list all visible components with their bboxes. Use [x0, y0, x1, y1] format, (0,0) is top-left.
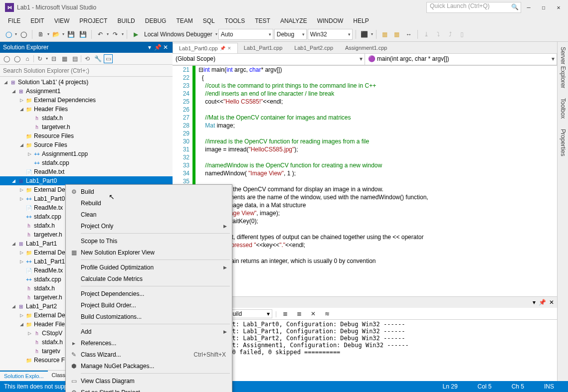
tree-item[interactable]: ++stdafx.cpp — [0, 158, 173, 167]
close-button[interactable]: ✕ — [551, 2, 566, 12]
arch-combo[interactable]: Win32 — [308, 29, 353, 40]
context-menu[interactable]: ⚙BuildRebuildCleanProject Only▶Scope to … — [65, 184, 232, 392]
nav-back-icon[interactable]: ◯ — [3, 29, 14, 40]
rail-toolbox[interactable]: Toolbox — [560, 98, 567, 119]
sync-icon[interactable]: ⟲ — [83, 54, 92, 63]
tree-item[interactable]: 📄ReadMe.txt — [0, 167, 173, 176]
ctx-project-dependencies-[interactable]: Project Dependencies... — [67, 288, 231, 299]
goto-icon[interactable]: ≣ — [280, 308, 291, 319]
tree-icon[interactable]: ▤ — [70, 54, 79, 63]
save-all-icon[interactable]: 💾 — [77, 29, 88, 40]
ctx-scope-to-this[interactable]: Scope to This — [67, 235, 231, 247]
ctx-calculate-code-metrics[interactable]: Calculate Code Metrics — [67, 273, 231, 284]
menu-sql[interactable]: SQL — [198, 16, 220, 26]
ctx-references-[interactable]: ▸References... — [67, 337, 231, 349]
save-icon[interactable]: 💾 — [65, 29, 76, 40]
tb-icon-1[interactable]: ⬛ — [359, 29, 370, 40]
solution-explorer-header[interactable]: Solution Explorer ▾ 📌 ✕ — [0, 42, 173, 53]
redo-icon[interactable]: ↷ — [110, 29, 121, 40]
editor-tabs[interactable]: Lab1_Part0.cpp 📌 ✕Lab1_Part1.cppLab1_Par… — [173, 42, 557, 54]
ctx-new-solution-explorer-view[interactable]: ▦New Solution Explorer View — [67, 247, 231, 258]
tb-icon-3[interactable]: ▦ — [391, 29, 402, 40]
open-icon[interactable]: 📂 — [50, 29, 61, 40]
ctx-project-build-order-[interactable]: Project Build Order... — [67, 299, 231, 311]
solution-root[interactable]: ◢⊞Solution 'Lab1' (4 projects) — [0, 78, 173, 87]
minimize-button[interactable]: — — [521, 2, 536, 12]
ctx-profile-guided-optimization[interactable]: Profile Guided Optimization▶ — [67, 261, 231, 273]
pin-icon[interactable]: 📌 — [536, 299, 549, 306]
nav-fwd-icon[interactable]: ◯ — [18, 29, 29, 40]
config-combo[interactable]: Debug — [274, 29, 307, 40]
platform-combo[interactable]: Auto — [218, 29, 273, 40]
output-from-combo[interactable]: Build — [226, 309, 272, 318]
menu-debug[interactable]: DEBUG — [140, 16, 172, 26]
panel-menu-icon[interactable]: ▾ — [146, 44, 154, 51]
tab-solution-explorer[interactable]: Solution Explo... — [0, 371, 48, 381]
menu-test[interactable]: TEST — [250, 16, 275, 26]
editor-nav[interactable]: (Global Scope) 🟣 main(int argc, char * a… — [173, 54, 557, 66]
tb-icon-8[interactable]: ▯ — [457, 29, 468, 40]
tree-item[interactable]: 📁Resource Files — [0, 131, 173, 140]
pin-icon[interactable]: 📌 — [154, 44, 162, 51]
show-all-icon[interactable]: ▦ — [60, 54, 69, 63]
tree-item[interactable]: ◢📁Source Files — [0, 140, 173, 149]
menu-analyze[interactable]: ANALYZE — [275, 16, 312, 26]
start-debug-icon[interactable]: ▶ — [130, 29, 141, 40]
ctx-clean[interactable]: Clean — [67, 209, 231, 220]
function-combo[interactable]: 🟣 main(int argc, char * argv[]) — [365, 53, 558, 65]
wrap-icon[interactable]: ≋ — [322, 308, 333, 319]
ctx-build[interactable]: ⚙Build — [67, 186, 231, 197]
rail-properties[interactable]: Properties — [560, 129, 567, 156]
fwd-icon[interactable]: ◯ — [12, 54, 21, 63]
step-into-icon[interactable]: ⤓ — [421, 29, 432, 40]
tree-item[interactable]: htargetver.h — [0, 123, 173, 131]
ctx-add[interactable]: Add▶ — [67, 326, 231, 337]
new-project-icon[interactable]: 🗎 — [35, 29, 46, 40]
refresh-icon[interactable]: ↻ — [35, 54, 44, 63]
editor-tab[interactable]: Lab1_Part2.cpp — [288, 43, 339, 53]
panel-close-icon[interactable]: ✕ — [162, 44, 170, 51]
collapse-icon[interactable]: ⊟ — [49, 54, 58, 63]
editor-tab[interactable]: Assignment1.cpp — [339, 43, 393, 53]
debugger-label[interactable]: Local Windows Debugger — [142, 31, 214, 38]
tree-item[interactable]: ▷++Assignment1.cpp — [0, 149, 173, 158]
menu-view[interactable]: VIEW — [49, 16, 75, 26]
tree-item[interactable]: ▷📁External Dependencies — [0, 96, 173, 105]
ctx-view-class-diagram[interactable]: ▭View Class Diagram — [67, 375, 231, 387]
tree-item[interactable]: ◢📁Header Files — [0, 105, 173, 114]
close-icon[interactable]: ✕ — [549, 299, 554, 306]
menu-edit[interactable]: EDIT — [25, 16, 49, 26]
menu-project[interactable]: PROJECT — [74, 16, 112, 26]
scope-combo[interactable]: (Global Scope) — [173, 53, 365, 65]
tb-icon-4[interactable]: ↔ — [403, 29, 414, 40]
step-out-icon[interactable]: ⤴ — [445, 29, 456, 40]
maximize-button[interactable]: ☐ — [536, 2, 551, 12]
menu-build[interactable]: BUILD — [112, 16, 140, 26]
tb-icon-2[interactable]: ▦ — [379, 29, 390, 40]
menu-file[interactable]: FILE — [3, 16, 25, 26]
quick-launch-input[interactable]: Quick Launch (Ctrl+Q)🔍 — [426, 2, 521, 13]
ctx-project-only[interactable]: Project Only▶ — [67, 220, 231, 232]
editor-tab[interactable]: Lab1_Part0.cpp 📌 ✕ — [173, 43, 238, 53]
menu-window[interactable]: WINDOW — [312, 16, 349, 26]
prev-icon[interactable]: ≣ — [294, 308, 305, 319]
menu-tools[interactable]: TOOLS — [220, 16, 250, 26]
ctx-rebuild[interactable]: Rebuild — [67, 197, 231, 209]
ctx-build-customizations-[interactable]: Build Customizations... — [67, 311, 231, 322]
solution-search-input[interactable] — [0, 65, 173, 77]
ctx-manage-nuget-packages-[interactable]: ⬢Manage NuGet Packages... — [67, 360, 231, 372]
back-icon[interactable]: ◯ — [2, 54, 11, 63]
tree-item[interactable]: ◢⊞Assignment1 — [0, 87, 173, 96]
rail-server-explorer[interactable]: Server Explorer — [560, 47, 567, 88]
properties-icon[interactable]: 🔧 — [93, 54, 102, 63]
undo-icon[interactable]: ↶ — [95, 29, 106, 40]
tree-item[interactable]: hstdafx.h — [0, 114, 173, 123]
clear-icon[interactable]: ✕ — [308, 308, 319, 319]
editor-tab[interactable]: Lab1_Part1.cpp — [238, 43, 289, 53]
preview-icon[interactable]: ▭ — [104, 54, 113, 63]
step-over-icon[interactable]: ⤵ — [433, 29, 444, 40]
ctx-class-wizard-[interactable]: ✎Class Wizard...Ctrl+Shift+X — [67, 349, 231, 360]
ctx-set-as-startup-project[interactable]: ⚙Set as StartUp Project — [67, 387, 231, 392]
menu-help[interactable]: HELP — [348, 16, 374, 26]
menu-team[interactable]: TEAM — [171, 16, 197, 26]
